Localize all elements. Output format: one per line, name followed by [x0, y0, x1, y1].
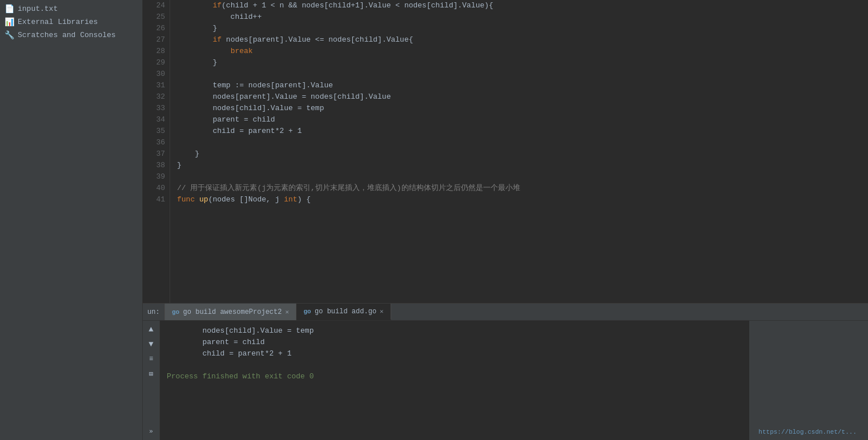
library-icon: 📊 [5, 17, 14, 27]
bottom-content: ▲ ▼ ≡ ⊞ » nodes[child].Value = temp pare… [143, 321, 868, 440]
bottom-panel: un: go go build awesomeProject2 ✕ go go … [143, 303, 868, 440]
code-line-37: } [177, 148, 868, 160]
console-output: nodes[child].Value = temp parent = child… [160, 321, 749, 440]
filter-button[interactable]: ⊞ [145, 368, 158, 380]
bottom-status-bar: https://blog.csdn.net/t... [749, 321, 868, 440]
code-content[interactable]: if(child + 1 < n && nodes[child+1].Value… [170, 0, 868, 303]
line-num-25: 25 [147, 11, 165, 23]
code-line-25: child++ [177, 11, 868, 23]
console-line-5: Process finished with exit code 0 [167, 371, 742, 382]
code-editor[interactable]: 24 25 26 27 28 29 30 31 32 33 34 35 36 3… [143, 0, 868, 303]
code-line-28: break [177, 46, 868, 57]
align-button[interactable]: ≡ [145, 353, 158, 365]
line-num-33: 33 [147, 103, 165, 114]
sidebar: 📄 input.txt 📊 External Libraries 🔧 Scrat… [0, 0, 143, 440]
console-line-2: parent = child [167, 337, 742, 348]
line-num-35: 35 [147, 126, 165, 137]
line-num-40: 40 [147, 183, 165, 194]
sidebar-item-label: input.txt [18, 5, 58, 13]
sidebar-item-label: Scratches and Consoles [18, 31, 116, 39]
code-line-39 [177, 171, 868, 183]
code-line-38: } [177, 160, 868, 171]
main-area: 📄 input.txt 📊 External Libraries 🔧 Scrat… [0, 0, 868, 440]
line-num-34: 34 [147, 114, 165, 126]
code-line-30 [177, 68, 868, 80]
console-line-1: nodes[child].Value = temp [167, 325, 742, 337]
code-line-31: temp := nodes[parent].Value [177, 80, 868, 91]
line-num-37: 37 [147, 148, 165, 160]
line-num-38: 38 [147, 160, 165, 171]
line-num-36: 36 [147, 137, 165, 148]
line-num-32: 32 [147, 91, 165, 103]
line-num-24: 24 [147, 0, 165, 11]
bottom-tab-add-label: go build add.go [315, 308, 376, 316]
code-line-33: nodes[child].Value = temp [177, 103, 868, 114]
line-num-31: 31 [147, 80, 165, 91]
bottom-tabs: un: go go build awesomeProject2 ✕ go go … [143, 304, 868, 321]
code-line-32: nodes[parent].Value = nodes[child].Value [177, 91, 868, 103]
code-line-24: if(child + 1 < n && nodes[child+1].Value… [177, 0, 868, 11]
expand-button[interactable]: » [145, 425, 158, 438]
status-link: https://blog.csdn.net/t... [754, 426, 861, 438]
sidebar-item-external-libraries[interactable]: 📊 External Libraries [0, 15, 142, 29]
line-num-28: 28 [147, 46, 165, 57]
code-line-27: if nodes[parent].Value <= nodes[child].V… [177, 34, 868, 46]
line-num-27: 27 [147, 34, 165, 46]
scratches-icon: 🔧 [5, 30, 14, 40]
line-num-41: 41 [147, 194, 165, 205]
sidebar-item-input-txt[interactable]: 📄 input.txt [0, 2, 142, 15]
editor-area: 24 25 26 27 28 29 30 31 32 33 34 35 36 3… [143, 0, 868, 440]
code-line-29: } [177, 57, 868, 68]
bottom-tab-prefix: un: [143, 304, 165, 320]
bottom-tab-awesome[interactable]: go go build awesomeProject2 ✕ [165, 304, 296, 320]
code-line-26: } [177, 23, 868, 34]
line-num-29: 29 [147, 57, 165, 68]
tab-close-add[interactable]: ✕ [380, 308, 384, 315]
line-num-26: 26 [147, 23, 165, 34]
sidebar-item-label: External Libraries [18, 18, 98, 26]
up-button[interactable]: ▲ [145, 323, 158, 336]
bottom-tab-add[interactable]: go go build add.go ✕ [296, 304, 391, 320]
code-line-34: parent = child [177, 114, 868, 126]
file-icon: 📄 [5, 4, 14, 14]
line-num-39: 39 [147, 171, 165, 183]
console-line-4 [167, 360, 742, 371]
tab-close-awesome[interactable]: ✕ [285, 308, 289, 316]
line-numbers: 24 25 26 27 28 29 30 31 32 33 34 35 36 3… [143, 0, 170, 303]
go-icon-1: go [172, 308, 180, 316]
code-line-40: // 用于保证插入新元素(j为元素的索引,切片末尾插入，堆底插入)的结构体切片之… [177, 183, 868, 194]
line-num-30: 30 [147, 68, 165, 80]
bottom-tab-awesome-label: go build awesomeProject2 [183, 308, 282, 316]
down-button[interactable]: ▼ [145, 338, 158, 350]
code-line-35: child = parent*2 + 1 [177, 126, 868, 137]
bottom-sidebar: ▲ ▼ ≡ ⊞ » [143, 321, 160, 440]
code-line-36 [177, 137, 868, 148]
code-line-41: func up(nodes []Node, j int) { [177, 194, 868, 205]
sidebar-item-scratches-consoles[interactable]: 🔧 Scratches and Consoles [0, 29, 142, 42]
go-icon-2: go [303, 308, 311, 316]
console-line-3: child = parent*2 + 1 [167, 348, 742, 360]
